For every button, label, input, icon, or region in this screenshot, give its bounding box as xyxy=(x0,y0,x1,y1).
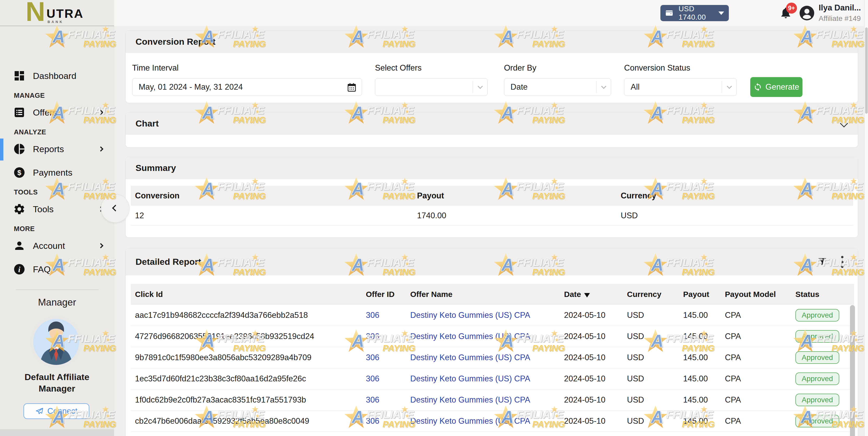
col-currency[interactable]: Currency xyxy=(622,290,678,299)
sidebar-item-label: Tools xyxy=(33,204,54,214)
status-badge: Approved xyxy=(796,330,839,343)
click-id-cell: aac17c91b948682ccccfa2f394d3a766ebb2a518 xyxy=(131,311,361,320)
offer-name-link[interactable]: Destiny Keto Gummies (US) CPA xyxy=(405,311,558,320)
col-date[interactable]: Date xyxy=(558,290,622,299)
order-by-dropdown[interactable]: Date xyxy=(504,78,611,96)
filters-body: Time Interval Select Offers Order By Dat… xyxy=(126,53,858,103)
table-row: 1f0dc62b9e2c0fb27a3acac8351fc917a551793b… xyxy=(131,389,854,411)
sidebar-item-tools[interactable]: Tools xyxy=(0,200,114,218)
sidebar-item-label: Dashboard xyxy=(33,71,76,81)
order-by-value: Date xyxy=(510,82,527,92)
payout-cell: 145.00 xyxy=(678,353,720,362)
offer-id-link[interactable]: 306 xyxy=(361,311,405,320)
click-id-cell: 47276d96682063552191ee2396c58b932519cd24 xyxy=(131,332,361,341)
account-circle-icon xyxy=(799,5,815,22)
conversion-report-card: Conversion Report Time Interval Select O… xyxy=(125,31,858,103)
col-payout-model[interactable]: Payout Model xyxy=(720,290,790,299)
select-offers-dropdown[interactable] xyxy=(375,78,488,96)
col-status[interactable]: Status xyxy=(790,290,854,299)
status-badge: Approved xyxy=(796,351,839,364)
logo-area: N UTRA BANK xyxy=(0,0,114,26)
conversion-status-dropdown[interactable]: All xyxy=(624,78,737,96)
page-scrollbar[interactable] xyxy=(864,0,868,436)
payout-cell: 145.00 xyxy=(678,416,720,426)
date-cell: 2024-05-10 xyxy=(558,311,622,320)
offer-name-link[interactable]: Destiny Keto Gummies (US) CPA xyxy=(405,374,558,383)
payout-cell: 145.00 xyxy=(678,332,720,341)
time-interval-input[interactable] xyxy=(139,82,311,92)
chart-body xyxy=(126,135,858,147)
chart-header[interactable]: Chart xyxy=(126,113,858,135)
chevron-down-icon[interactable] xyxy=(840,119,848,127)
summary-body: Conversion Payout Currency 12 1740.00 US… xyxy=(126,179,858,237)
summary-col-conversion: Conversion xyxy=(131,191,413,201)
page-title: Conversion Report xyxy=(135,37,215,47)
user-avatar[interactable] xyxy=(799,5,815,22)
sidebar-item-faq[interactable]: i FAQ xyxy=(0,260,114,279)
currency-cell: USD xyxy=(622,374,678,383)
dropdown-toggle[interactable] xyxy=(473,81,487,93)
sidebar-item-reports[interactable]: Reports xyxy=(0,140,114,158)
payout-model-cell: CPA xyxy=(720,332,790,341)
summary-conversion-value: 12 xyxy=(131,211,413,220)
sidebar-section-manage: MANAGE xyxy=(14,91,45,99)
svg-text:i: i xyxy=(18,265,21,274)
page-scrollbar-thumb[interactable] xyxy=(865,27,868,114)
select-offers-label: Select Offers xyxy=(375,63,422,73)
offer-name-link[interactable]: Destiny Keto Gummies (US) CPA xyxy=(405,416,558,426)
sidebar-item-offers[interactable]: Offers xyxy=(0,103,114,121)
person-icon xyxy=(13,239,26,252)
offer-id-link[interactable]: 306 xyxy=(361,353,405,362)
calendar-icon[interactable] xyxy=(346,82,357,92)
notifications-button[interactable]: 9+ xyxy=(779,6,798,23)
kebab-menu-icon[interactable] xyxy=(840,256,844,268)
dropdown-toggle[interactable] xyxy=(596,81,611,93)
offer-id-link[interactable]: 306 xyxy=(361,374,405,383)
col-payout[interactable]: Payout xyxy=(678,290,720,299)
sidebar-item-label: FAQ xyxy=(33,264,51,274)
col-offer-name[interactable]: Offer Name xyxy=(405,290,558,299)
currency-cell: USD xyxy=(622,332,678,341)
date-cell: 2024-05-10 xyxy=(558,395,622,405)
table-row: cb2c47b6e006daaf31592932f5ab5ea80e8c0049… xyxy=(131,411,854,432)
status-badge: Approved xyxy=(796,373,839,385)
connect-button[interactable]: Connect xyxy=(24,403,89,419)
sidebar-item-payments[interactable]: $ Payments xyxy=(0,163,114,182)
status-badge: Approved xyxy=(796,394,839,406)
offer-id-link[interactable]: 306 xyxy=(361,332,405,341)
click-id-cell: cb2c47b6e006daaf31592932f5ab5ea80e8c0049 xyxy=(131,416,361,426)
col-offer-id[interactable]: Offer ID xyxy=(361,290,405,299)
offer-name-link[interactable]: Destiny Keto Gummies (US) CPA xyxy=(405,332,558,341)
sidebar-item-account[interactable]: Account xyxy=(0,237,114,255)
offer-id-link[interactable]: 306 xyxy=(361,395,405,405)
caret-down-icon xyxy=(718,11,724,15)
detailed-report-table: Click Id Offer ID Offer Name Date Curren… xyxy=(131,284,854,432)
notification-badge: 9+ xyxy=(786,3,797,13)
status-cell: Approved xyxy=(790,415,854,427)
sidebar-scrollbar[interactable] xyxy=(0,429,114,436)
dropdown-toggle[interactable] xyxy=(722,81,736,93)
sidebar-item-label: Reports xyxy=(33,144,64,154)
offer-id-link[interactable]: 306 xyxy=(361,416,405,426)
click-id-cell: 9b7891c0c1f5980ee3a8056abc53209289a4b709 xyxy=(131,353,361,362)
payout-cell: 145.00 xyxy=(678,374,720,383)
sidebar-item-dashboard[interactable]: Dashboard xyxy=(0,67,114,85)
generate-button[interactable]: Generate xyxy=(750,77,802,97)
chart-title: Chart xyxy=(135,118,159,128)
sidebar-item-label: Payments xyxy=(33,168,72,178)
status-cell: Approved xyxy=(790,330,854,343)
wallet-balance-button[interactable]: USD 1740.00 xyxy=(660,5,729,21)
col-click-id[interactable]: Click Id xyxy=(131,290,361,299)
detailed-report-header: Detailed Report xyxy=(126,249,858,275)
payout-cell: 145.00 xyxy=(678,311,720,320)
table-scrollbar-thumb[interactable] xyxy=(850,305,855,436)
sidebar: Dashboard MANAGE Offers ANALYZE Reports … xyxy=(0,26,114,436)
sidebar-collapse-button[interactable] xyxy=(101,194,129,223)
sort-desc-icon xyxy=(584,293,590,297)
divider xyxy=(16,290,99,290)
date-cell: 2024-05-10 xyxy=(558,332,622,341)
table-row: aac17c91b948682ccccfa2f394d3a766ebb2a518… xyxy=(131,305,854,326)
offer-name-link[interactable]: Destiny Keto Gummies (US) CPA xyxy=(405,353,558,362)
filter-icon[interactable] xyxy=(817,256,828,267)
offer-name-link[interactable]: Destiny Keto Gummies (US) CPA xyxy=(405,395,558,405)
